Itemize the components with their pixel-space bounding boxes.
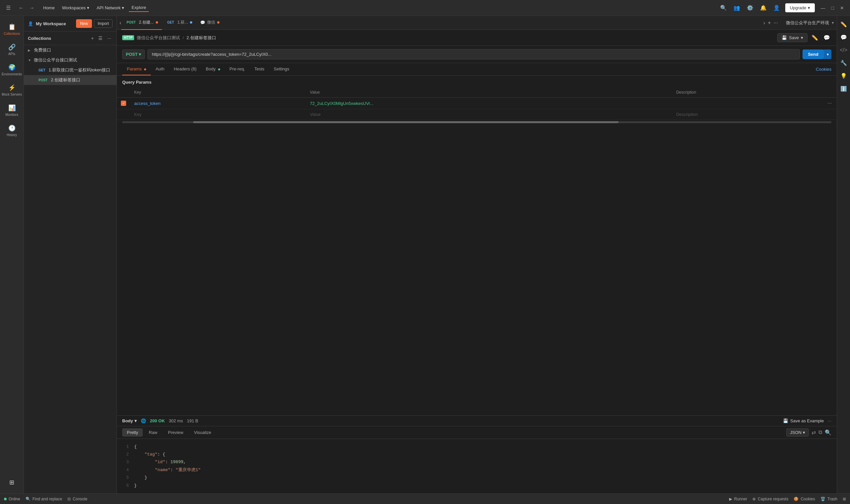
copy-button[interactable]: ⧉	[818, 429, 822, 436]
wrap-button[interactable]: ⇄	[812, 429, 816, 436]
sidebar-item-apis[interactable]: 🔗 APIs	[0, 40, 23, 59]
add-tab-button[interactable]: +	[768, 20, 771, 26]
upgrade-button[interactable]: Upgrade ▾	[785, 3, 815, 12]
online-label: Online	[8, 497, 20, 501]
settings-icon[interactable]: ⚙️	[745, 3, 755, 12]
tab-dot	[217, 21, 219, 23]
trash-button[interactable]: 🗑️ Trash	[820, 497, 837, 501]
code-icon-button[interactable]: </>	[838, 44, 849, 56]
search-button[interactable]: 🔍	[825, 429, 831, 436]
format-select[interactable]: JSON ▾	[786, 428, 809, 437]
comment-button[interactable]: 💬	[822, 33, 831, 42]
save-button[interactable]: 💾 Save ▾	[777, 33, 808, 42]
placeholder-value[interactable]: Value	[306, 109, 672, 120]
maximize-button[interactable]: □	[829, 5, 836, 11]
close-button[interactable]: ✕	[838, 5, 846, 11]
find-replace-button[interactable]: 🔍 Find and replace	[25, 497, 62, 501]
runner-button[interactable]: ▶ Runner	[729, 497, 747, 501]
nav-explore[interactable]: Explore	[129, 4, 149, 12]
tab-auth[interactable]: Auth	[151, 63, 169, 75]
new-button[interactable]: New	[76, 19, 92, 28]
sidebar-item-environments[interactable]: 🌍 Environments	[0, 60, 23, 79]
tab-pre-req[interactable]: Pre-req.	[225, 63, 250, 75]
placeholder-description[interactable]: Description	[672, 109, 824, 120]
nav-workspaces[interactable]: Workspaces ▾	[59, 4, 92, 12]
nav-api-network[interactable]: API Network ▾	[94, 4, 127, 12]
tab-tests[interactable]: Tests	[250, 63, 269, 75]
horizontal-scrollbar[interactable]	[117, 120, 837, 125]
find-replace-icon: 🔍	[25, 497, 31, 501]
tab-more-button[interactable]: ···	[774, 20, 778, 26]
sidebar-item-monitors[interactable]: 📊 Monitors	[0, 101, 23, 120]
environment-selector[interactable]: 微信公众平台生产环境	[786, 20, 829, 26]
monitors-icon: 📊	[8, 104, 16, 111]
back-button[interactable]: ←	[17, 4, 26, 12]
hamburger-menu[interactable]: ☰	[4, 4, 13, 12]
tree-item-get-token[interactable]: GET 1.获取接口统一鉴权码token接口	[24, 65, 116, 75]
tree-item-wechat-api[interactable]: ▼ 微信公众平台接口测试	[24, 55, 116, 65]
tab-settings[interactable]: Settings	[269, 63, 294, 75]
sidebar-item-mock-servers[interactable]: ⚡ Mock Servers	[0, 81, 23, 100]
checkbox-cell[interactable]: ✓	[117, 97, 130, 109]
layout-button[interactable]: ⊞	[843, 497, 846, 501]
apis-icon: 🔗	[8, 43, 16, 51]
tree-item-free-api[interactable]: ▶ 免费接口	[24, 45, 116, 55]
tab-params[interactable]: Params	[122, 63, 151, 75]
cookies-link[interactable]: Cookies	[816, 67, 831, 72]
bulb-icon-button[interactable]: 💡	[839, 70, 848, 82]
tab-get-token[interactable]: GET 1.获...	[162, 16, 197, 30]
filter-button[interactable]: ☰	[97, 35, 104, 41]
nav-home[interactable]: Home	[40, 4, 57, 12]
edit-button[interactable]: ✏️	[810, 33, 819, 42]
sidebar-item-history[interactable]: 🕐 History	[0, 121, 23, 140]
tab-label: 微信	[207, 20, 215, 25]
view-tab-raw[interactable]: Raw	[144, 428, 162, 437]
tree-item-create-tag[interactable]: POST 2.创建标签接口	[24, 75, 116, 85]
avatar[interactable]: 👤	[772, 3, 781, 12]
tab-body[interactable]: Body	[201, 63, 225, 75]
tab-wechat[interactable]: 💬 微信	[196, 16, 223, 30]
online-status[interactable]: Online	[4, 497, 20, 501]
more-options-icon[interactable]: ···	[828, 100, 832, 106]
placeholder-key[interactable]: Key	[130, 109, 306, 120]
view-tab-preview[interactable]: Preview	[163, 428, 188, 437]
tab-forward-button[interactable]: ›	[763, 20, 765, 26]
info-icon-button[interactable]: ℹ️	[839, 83, 848, 95]
view-tab-pretty[interactable]: Pretty	[122, 428, 143, 437]
method-select[interactable]: POST ▾	[122, 50, 145, 59]
panel-icon-button[interactable]: 🔧	[839, 57, 848, 69]
param-key[interactable]: access_token	[130, 97, 306, 109]
view-tab-visualize[interactable]: Visualize	[189, 428, 216, 437]
console-button[interactable]: ⊟ Console	[67, 497, 87, 501]
response-area: Body ▾ 🌐 200 OK 302 ms 191 B 💾 Save as E…	[117, 415, 837, 493]
capture-requests-button[interactable]: ⊕ Capture requests	[753, 497, 788, 501]
import-button[interactable]: Import	[94, 19, 112, 28]
sidebar-item-extensions[interactable]: ⊞	[9, 475, 14, 489]
send-arrow-button[interactable]: ▾	[824, 50, 831, 59]
chevron-down-icon: ▾	[803, 430, 805, 435]
chevron-down-icon[interactable]: ▾	[134, 418, 137, 423]
tab-headers[interactable]: Headers (8)	[169, 63, 201, 75]
comment-icon-button[interactable]: 💬	[839, 32, 848, 43]
team-icon[interactable]: 👥	[732, 3, 741, 12]
url-input[interactable]	[147, 49, 800, 59]
add-collection-button[interactable]: +	[90, 35, 95, 41]
save-example-button[interactable]: 💾 Save as Example	[783, 418, 824, 423]
edit-icon-button[interactable]: ✏️	[839, 19, 848, 30]
forward-button[interactable]: →	[27, 4, 37, 12]
response-more-icon[interactable]: ···	[828, 418, 831, 423]
search-icon[interactable]: 🔍	[719, 3, 728, 12]
col-actions	[824, 87, 837, 97]
col-value: Value	[306, 87, 672, 97]
more-options-button[interactable]: ···	[106, 35, 112, 41]
minimize-button[interactable]: —	[819, 5, 828, 11]
tab-post-create-tag[interactable]: POST 2.创建...	[121, 16, 162, 30]
notifications-icon[interactable]: 🔔	[759, 3, 768, 12]
param-description[interactable]	[672, 97, 824, 109]
history-icon: 🕐	[8, 125, 16, 132]
cookies-button[interactable]: 🍪 Cookies	[794, 497, 815, 501]
send-button[interactable]: Send	[802, 50, 824, 59]
param-value[interactable]: 72_2uLCyIX0MlgUn5xwkesUVr...	[306, 97, 672, 109]
breadcrumb-collection[interactable]: 微信公众平台接口测试	[137, 35, 180, 41]
sidebar-item-collections[interactable]: 📋 Collections	[0, 20, 23, 39]
